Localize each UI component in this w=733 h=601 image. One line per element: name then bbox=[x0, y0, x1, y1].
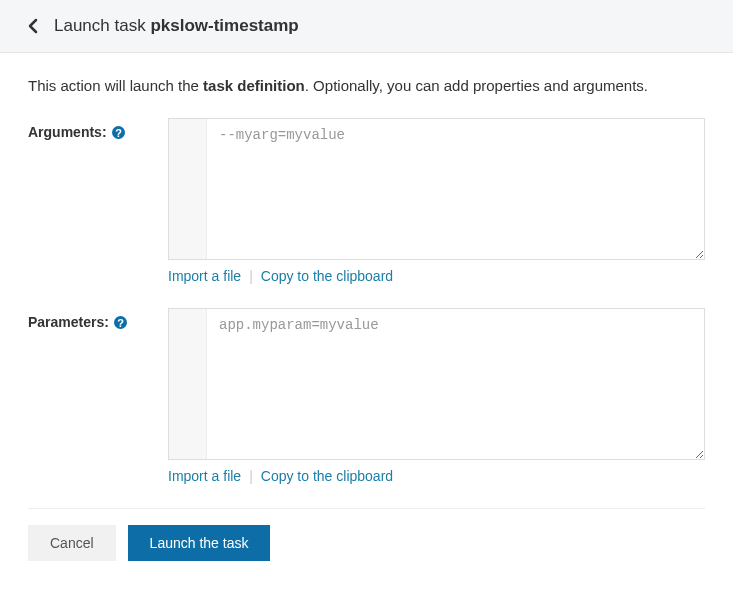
help-icon[interactable]: ? bbox=[111, 125, 126, 140]
svg-text:?: ? bbox=[117, 316, 124, 328]
help-icon[interactable]: ? bbox=[113, 315, 128, 330]
parameters-actions: Import a file | Copy to the clipboard bbox=[168, 468, 705, 484]
back-icon[interactable] bbox=[28, 18, 38, 34]
arguments-textarea-wrap bbox=[168, 118, 705, 260]
intro-text: This action will launch the task definit… bbox=[28, 77, 705, 94]
svg-text:?: ? bbox=[115, 126, 122, 138]
page-title: Launch task pkslow-timestamp bbox=[54, 16, 299, 36]
page-title-prefix: Launch task bbox=[54, 16, 150, 35]
parameters-import-link[interactable]: Import a file bbox=[168, 468, 241, 484]
cancel-button[interactable]: Cancel bbox=[28, 525, 116, 561]
intro-before: This action will launch the bbox=[28, 77, 203, 94]
parameters-label-wrap: Parameters: ? bbox=[28, 308, 168, 330]
parameters-copy-link[interactable]: Copy to the clipboard bbox=[261, 468, 393, 484]
parameters-textarea-wrap bbox=[168, 308, 705, 460]
intro-after: . Optionally, you can add properties and… bbox=[305, 77, 648, 94]
link-divider: | bbox=[249, 268, 253, 284]
footer-actions: Cancel Launch the task bbox=[28, 508, 705, 561]
textarea-gutter bbox=[169, 309, 207, 459]
textarea-gutter bbox=[169, 119, 207, 259]
arguments-actions: Import a file | Copy to the clipboard bbox=[168, 268, 705, 284]
arguments-label: Arguments: bbox=[28, 124, 107, 140]
arguments-label-wrap: Arguments: ? bbox=[28, 118, 168, 140]
arguments-import-link[interactable]: Import a file bbox=[168, 268, 241, 284]
parameters-textarea[interactable] bbox=[207, 309, 704, 459]
page-title-task: pkslow-timestamp bbox=[150, 16, 298, 35]
launch-button[interactable]: Launch the task bbox=[128, 525, 271, 561]
parameters-row: Parameters: ? Import a file | Copy to th… bbox=[28, 308, 705, 484]
parameters-control: Import a file | Copy to the clipboard bbox=[168, 308, 705, 484]
arguments-copy-link[interactable]: Copy to the clipboard bbox=[261, 268, 393, 284]
content-area: This action will launch the task definit… bbox=[0, 53, 733, 585]
arguments-control: Import a file | Copy to the clipboard bbox=[168, 118, 705, 284]
page-header: Launch task pkslow-timestamp bbox=[0, 0, 733, 53]
arguments-textarea[interactable] bbox=[207, 119, 704, 259]
link-divider: | bbox=[249, 468, 253, 484]
parameters-label: Parameters: bbox=[28, 314, 109, 330]
arguments-row: Arguments: ? Import a file | Copy to the… bbox=[28, 118, 705, 284]
intro-bold: task definition bbox=[203, 77, 305, 94]
